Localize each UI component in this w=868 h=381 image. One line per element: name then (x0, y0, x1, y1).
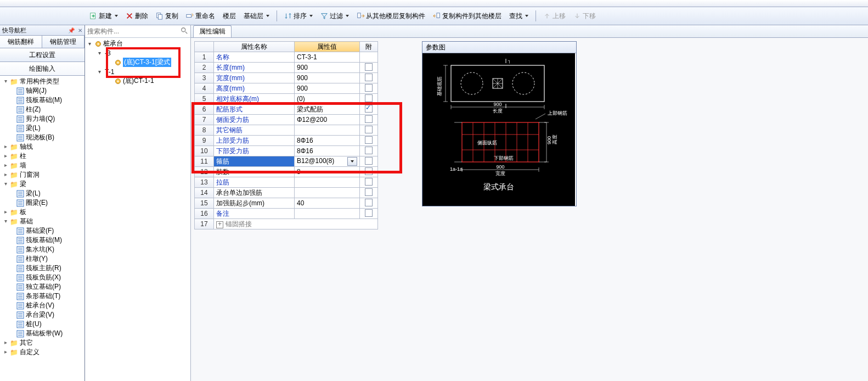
property-row[interactable]: 2长度(mm)900 (195, 63, 378, 73)
nav-tree-item[interactable]: 梁(L) (1, 124, 84, 133)
property-value[interactable] (295, 177, 360, 188)
property-attach[interactable] (360, 209, 378, 219)
nav-tree-item[interactable]: ▸📁墙 (1, 161, 84, 170)
nav-tree-item[interactable]: 桩承台(V) (1, 301, 84, 310)
delete-button[interactable]: 删除 (124, 10, 150, 22)
nav-tree-item[interactable]: ▸📁柱 (1, 152, 84, 161)
nav-tree-item[interactable]: ▸📁轴线 (1, 142, 84, 152)
property-attach[interactable] (360, 136, 378, 146)
move-down-button[interactable]: 下移 (572, 10, 598, 22)
property-value[interactable]: 8Φ16 (295, 136, 360, 146)
property-attach[interactable] (360, 73, 378, 83)
expand-icon[interactable]: + (216, 221, 223, 228)
nav-tree-item[interactable]: 筏板基础(M) (1, 236, 84, 245)
property-row[interactable]: 1名称CT-3-1 (195, 52, 378, 63)
property-row[interactable]: 14承台单边加强筋 (195, 188, 378, 198)
property-row[interactable]: 10下部受力筋8Φ16 (195, 146, 378, 156)
nav-tree-item[interactable]: ▾📁梁 (1, 180, 84, 189)
nav-tree-item[interactable]: 柱墩(Y) (1, 254, 84, 264)
nav-tree-item[interactable]: 集水坑(K) (1, 245, 84, 254)
component-tree-item[interactable]: (底)CT-3-1[梁式 (86, 58, 189, 67)
checkbox-icon[interactable] (365, 126, 373, 133)
drawing-input-button[interactable]: 绘图输入 (0, 62, 84, 76)
nav-tree-item[interactable]: ▸📁自定义 (1, 348, 84, 357)
nav-tree-item[interactable]: 独立基础(P) (1, 282, 84, 292)
property-attach[interactable] (360, 52, 378, 63)
checkbox-icon[interactable] (365, 178, 373, 186)
copy-from-other-floor-button[interactable]: 从其他楼层复制构件 (355, 10, 427, 22)
checkbox-icon[interactable] (365, 105, 373, 113)
category-tree[interactable]: ▾📁常用构件类型轴网(J)筏板基础(M)柱(Z)剪力墙(Q)梁(L)现浇板(B)… (0, 76, 84, 381)
component-tree[interactable]: ▾桩承台▾-3(底)CT-3-1[梁式▾T-1(底)CT-1-1 (85, 38, 190, 381)
move-up-button[interactable]: 上移 (542, 10, 567, 22)
component-tree-item[interactable]: (底)CT-1-1 (86, 76, 189, 86)
find-button[interactable]: 查找 (508, 10, 530, 22)
pin-icon[interactable]: 📌 (68, 27, 75, 33)
nav-tree-item[interactable]: 条形基础(T) (1, 292, 84, 301)
nav-tree-item[interactable]: 基础板带(W) (1, 329, 84, 338)
checkbox-icon[interactable] (365, 115, 373, 123)
copy-to-other-floor-button[interactable]: 复制构件到其他楼层 (431, 10, 503, 22)
property-table[interactable]: 属性名称 属性值 附 1名称CT-3-12长度(mm)9003宽度(mm)900… (194, 41, 378, 229)
property-value[interactable] (295, 125, 360, 136)
property-row[interactable]: 3宽度(mm)900 (195, 73, 378, 83)
property-value[interactable]: 900 (295, 63, 360, 73)
property-value[interactable]: B12@100(8) (295, 156, 360, 167)
nav-tree-item[interactable]: 梁(L) (1, 189, 84, 198)
property-row[interactable]: 8其它钢筋 (195, 125, 378, 136)
property-row[interactable]: 5相对底标高(m)(0) (195, 94, 378, 104)
nav-tree-item[interactable]: ▾📁常用构件类型 (1, 77, 84, 86)
checkbox-icon[interactable] (365, 94, 373, 102)
property-value[interactable]: (0) (295, 94, 360, 104)
checkbox-icon[interactable] (365, 199, 373, 206)
property-row[interactable]: 15加强筋起步(mm)40 (195, 198, 378, 209)
property-attach[interactable] (360, 115, 378, 125)
property-attach[interactable] (360, 83, 378, 94)
property-attach[interactable] (360, 94, 378, 104)
new-button[interactable]: 新建 (88, 10, 120, 22)
property-attach[interactable] (360, 104, 378, 115)
checkbox-icon[interactable] (365, 209, 373, 217)
property-name[interactable]: +锚固搭接 (214, 219, 378, 229)
search-icon[interactable] (181, 27, 188, 35)
property-row[interactable]: 13拉筋 (195, 177, 378, 188)
nav-tree-item[interactable]: 轴网(J) (1, 86, 84, 96)
checkbox-icon[interactable] (365, 188, 373, 196)
property-value[interactable]: 8 (295, 167, 360, 177)
checkbox-icon[interactable] (365, 147, 373, 154)
property-attach[interactable] (360, 125, 378, 136)
property-attach[interactable] (360, 198, 378, 209)
property-attach[interactable] (360, 146, 378, 156)
property-value[interactable]: 梁式配筋 (295, 104, 360, 115)
property-value[interactable] (295, 209, 360, 219)
copy-button[interactable]: 复制 (154, 10, 180, 22)
property-value[interactable]: Φ12@200 (295, 115, 360, 125)
nav-tree-item[interactable]: 基础梁(F) (1, 226, 84, 236)
nav-tab-rebar-list[interactable]: 钢筋翻样 (0, 36, 42, 48)
nav-tree-item[interactable]: 柱(Z) (1, 105, 84, 114)
property-value[interactable]: 40 (295, 198, 360, 209)
property-tab-edit[interactable]: 属性编辑 (193, 25, 232, 37)
nav-tree-item[interactable]: 剪力墙(Q) (1, 114, 84, 124)
nav-tab-rebar-manage[interactable]: 钢筋管理 (42, 36, 84, 48)
property-row[interactable]: 17+锚固搭接 (195, 219, 378, 229)
property-row[interactable]: 16备注 (195, 209, 378, 219)
floor-selector[interactable]: 基础层 (242, 10, 271, 22)
nav-tree-item[interactable]: 筏板主筋(R) (1, 264, 84, 273)
property-attach[interactable] (360, 156, 378, 167)
nav-tree-item[interactable]: ▸📁板 (1, 208, 84, 217)
nav-tree-item[interactable]: 圈梁(E) (1, 198, 84, 208)
checkbox-icon[interactable] (365, 136, 373, 144)
property-value[interactable] (295, 188, 360, 198)
property-attach[interactable] (360, 188, 378, 198)
property-row[interactable]: 11箍筋B12@100(8) (195, 156, 378, 167)
component-tree-item[interactable]: ▾桩承台 (86, 39, 189, 48)
property-attach[interactable] (360, 63, 378, 73)
nav-tree-item[interactable]: 桩(U) (1, 320, 84, 329)
property-row[interactable]: 9上部受力筋8Φ16 (195, 136, 378, 146)
sort-button[interactable]: 排序 (283, 10, 314, 22)
checkbox-icon[interactable] (365, 84, 373, 92)
nav-tree-item[interactable]: ▸📁门窗洞 (1, 170, 84, 180)
nav-tree-item[interactable]: 承台梁(V) (1, 310, 84, 320)
component-tree-item[interactable]: ▾-3 (86, 48, 189, 58)
